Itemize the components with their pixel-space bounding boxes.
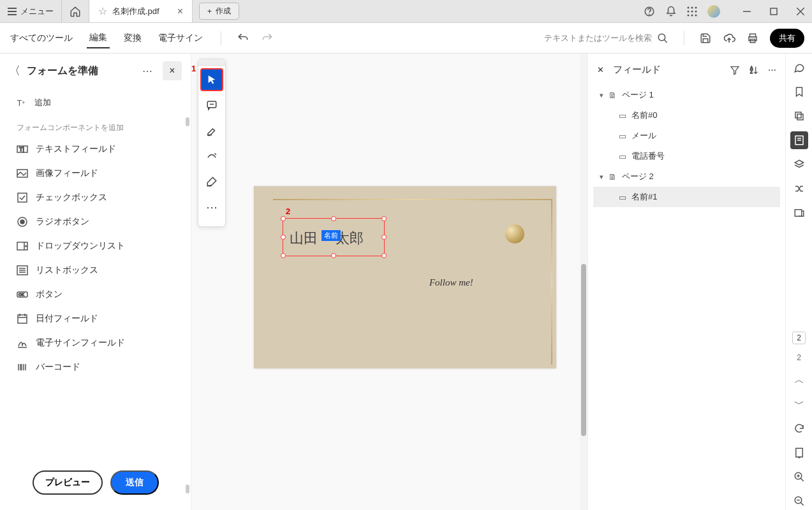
bookmark-icon[interactable] (790, 83, 808, 101)
rotate-icon[interactable] (790, 419, 808, 437)
comment-tool-icon[interactable] (200, 94, 223, 117)
component-date-field[interactable]: 日付フィールド (5, 307, 186, 331)
svg-point-4 (695, 6, 697, 8)
page-wrap: Follow me! 2 山田 太郎 名前 (254, 186, 556, 510)
resize-handle[interactable] (381, 235, 387, 240)
resize-handle[interactable] (281, 235, 286, 240)
component-text-field[interactable]: T|テキストフィールド (5, 137, 186, 161)
tree-field[interactable]: ▭名前#0 (593, 105, 780, 126)
save-icon[interactable] (700, 33, 711, 44)
create-label: 作成 (216, 6, 231, 17)
svg-text:OK: OK (18, 293, 24, 296)
component-radio[interactable]: ラジオボタン (5, 210, 186, 234)
component-button[interactable]: OKボタン (5, 282, 186, 307)
field-label: 名前 (321, 230, 341, 241)
date-icon (17, 313, 28, 324)
close-icon[interactable] (797, 8, 804, 15)
zoom-in-icon[interactable] (790, 468, 808, 486)
component-dropdown[interactable]: ドロップダウンリスト (5, 234, 186, 258)
svg-rect-57 (795, 210, 802, 217)
help-icon[interactable] (644, 6, 655, 17)
resize-handle[interactable] (331, 216, 336, 221)
filter-icon[interactable] (730, 65, 740, 75)
tool-edit[interactable]: 編集 (87, 28, 110, 48)
resize-handle[interactable] (281, 216, 286, 221)
back-icon[interactable]: 〈 (9, 63, 20, 78)
tree-field[interactable]: ▭電話番号 (593, 146, 780, 166)
add-row[interactable]: T+ 追加 (5, 91, 186, 115)
more-tools-icon[interactable]: ⋯ (200, 196, 223, 219)
home-button[interactable] (61, 0, 89, 22)
tool-all-tools[interactable]: すべてのツール (8, 29, 75, 48)
redo-icon[interactable] (261, 32, 274, 45)
zoom-out-icon[interactable] (790, 492, 808, 510)
resize-handle[interactable] (381, 253, 387, 258)
sign-tool-icon[interactable] (200, 170, 223, 193)
maximize-icon[interactable] (770, 8, 778, 15)
search-row[interactable]: テキストまたはツールを検索 (544, 33, 668, 44)
page-number-input[interactable]: 2 (792, 332, 806, 344)
star-icon[interactable]: ☆ (98, 5, 107, 17)
tree-page-2[interactable]: ▾🗎ページ 2 (593, 166, 780, 187)
shuffle-icon[interactable] (790, 180, 808, 198)
bell-icon[interactable] (665, 6, 677, 17)
form-fields-icon[interactable] (790, 131, 808, 149)
layers-icon[interactable] (790, 156, 808, 173)
undo-icon[interactable] (237, 32, 249, 45)
left-panel-scrollbar[interactable] (186, 117, 189, 493)
tool-convert[interactable]: 変換 (121, 29, 144, 48)
outline-icon[interactable] (790, 204, 808, 222)
cloud-upload-icon[interactable] (723, 32, 735, 45)
image-field-icon (17, 168, 28, 179)
svg-line-16 (664, 40, 667, 43)
floating-toolbar[interactable]: ⋯ (198, 59, 226, 227)
component-listbox[interactable]: リストボックス (5, 258, 186, 282)
copy-icon[interactable] (790, 107, 808, 125)
page-down-icon[interactable]: ﹀ (790, 395, 808, 413)
chat-icon[interactable] (790, 59, 808, 76)
page-up-icon[interactable]: ︿ (790, 371, 808, 389)
left-panel-header: 〈 フォームを準備 ⋯ × (0, 54, 191, 88)
menu-button[interactable]: メニュー (0, 0, 61, 22)
fit-page-icon[interactable] (790, 444, 808, 462)
more-icon[interactable]: ⋯ (768, 65, 776, 75)
tab-document[interactable]: ☆ 名刺作成.pdf × (89, 0, 193, 22)
highlight-tool-icon[interactable] (200, 119, 223, 142)
resize-handle[interactable] (331, 253, 336, 258)
minimize-icon[interactable] (743, 8, 751, 15)
tree-field-selected[interactable]: ▭名前#1 (593, 187, 780, 207)
create-button[interactable]: + 作成 (199, 3, 239, 20)
text-field-icon: T| (17, 143, 28, 155)
svg-line-60 (801, 478, 804, 481)
form-field-selected[interactable]: 山田 太郎 名前 (283, 218, 385, 256)
tree-field[interactable]: ▭メール (593, 126, 780, 146)
resize-handle[interactable] (281, 253, 286, 258)
component-checkbox[interactable]: チェックボックス (5, 186, 186, 210)
document-page[interactable]: Follow me! 2 山田 太郎 名前 (254, 186, 556, 368)
tool-esign[interactable]: 電子サイン (156, 29, 205, 48)
resize-handle[interactable] (381, 216, 387, 221)
component-image-field[interactable]: 画像フィールド (5, 161, 186, 186)
print-icon[interactable] (747, 33, 758, 44)
avatar-icon[interactable] (707, 5, 720, 18)
canvas-scrollbar[interactable] (580, 54, 587, 510)
share-button[interactable]: 共有 (770, 29, 804, 48)
preview-button[interactable]: プレビュー (33, 470, 103, 495)
svg-line-64 (801, 502, 804, 506)
select-tool-icon[interactable] (200, 68, 223, 91)
draw-tool-icon[interactable] (200, 145, 223, 168)
svg-point-8 (688, 14, 690, 16)
more-icon[interactable]: ⋯ (142, 65, 152, 77)
panel-close-icon[interactable]: ✕ (597, 65, 604, 75)
svg-rect-23 (18, 193, 27, 202)
page-icon: 🗎 (609, 91, 617, 100)
panel-close-icon[interactable]: × (163, 61, 182, 80)
submit-button[interactable]: 送信 (110, 470, 159, 495)
tree-page-1[interactable]: ▾🗎ページ 1 (593, 85, 780, 105)
component-esign-field[interactable]: 電子サインフィールド (5, 331, 186, 355)
apps-icon[interactable] (687, 6, 697, 17)
toolbar-grip[interactable] (198, 59, 225, 66)
sort-icon[interactable]: AZ (749, 65, 759, 75)
component-barcode[interactable]: バーコード (5, 355, 186, 379)
tab-close-icon[interactable]: × (177, 6, 183, 17)
